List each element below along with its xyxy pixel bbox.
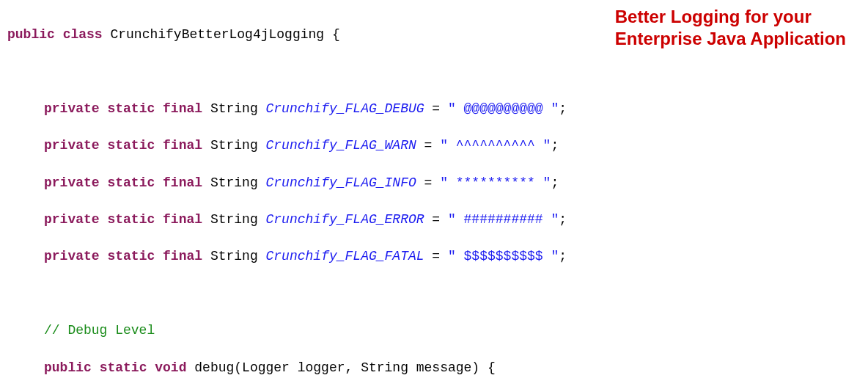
comment-debug: // Debug Level [44,323,155,338]
class-name: CrunchifyBetterLog4jLogging [110,27,324,42]
field-name-fatal: Crunchify_FLAG_FATAL [266,249,424,263]
field-name-warn: Crunchify_FLAG_WARN [266,138,416,153]
field-value-debug: " @@@@@@@@@@ " [448,101,559,116]
kw-public: public [7,27,55,42]
kw-class: class [63,27,103,42]
field-value-fatal: " $$$$$$$$$$ " [448,249,559,263]
heading-banner: Better Logging for your Enterprise Java … [615,6,846,50]
field-name-error: Crunchify_FLAG_ERROR [266,212,424,227]
heading-line-2: Enterprise Java Application [615,28,846,50]
field-name-debug: Crunchify_FLAG_DEBUG [266,101,424,116]
code-block: public class CrunchifyBetterLog4jLogging… [7,7,861,389]
field-value-warn: " ^^^^^^^^^^ " [440,138,551,153]
field-debug: private static final String Crunchify_FL… [7,100,861,118]
field-error: private static final String Crunchify_FL… [7,211,861,229]
method-debug-sig: public static void debug(Logger logger, … [7,359,861,377]
field-value-info: " ********** " [440,175,551,190]
heading-line-1: Better Logging for your [615,6,846,28]
field-info: private static final String Crunchify_FL… [7,174,861,192]
field-warn: private static final String Crunchify_FL… [7,137,861,155]
open-brace: { [324,27,340,42]
field-name-info: Crunchify_FLAG_INFO [266,175,416,190]
field-fatal: private static final String Crunchify_FL… [7,247,861,266]
field-value-error: " ########## " [448,212,559,227]
